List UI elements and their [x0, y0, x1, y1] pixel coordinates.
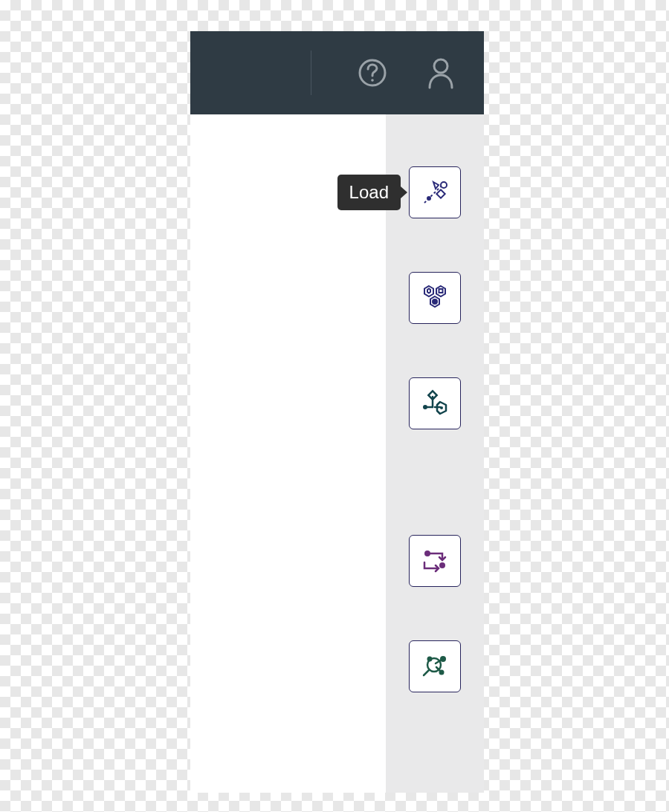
load-tooltip-label: Load	[349, 182, 389, 202]
transform-icon	[419, 389, 450, 418]
main-panel: Load	[190, 31, 484, 793]
right-rail: Load	[386, 114, 484, 793]
svg-marker-8	[424, 286, 433, 296]
load-tooltip: Load	[337, 175, 401, 210]
svg-point-5	[441, 182, 447, 188]
svg-rect-12	[439, 289, 443, 293]
header-bar	[190, 31, 484, 114]
inspect-button[interactable]	[409, 640, 461, 692]
svg-point-2	[434, 59, 447, 73]
load-icon	[420, 178, 450, 207]
inspect-icon	[419, 652, 450, 681]
svg-point-13	[433, 299, 437, 304]
svg-point-17	[440, 406, 443, 409]
modules-button[interactable]	[409, 272, 461, 324]
svg-marker-9	[436, 286, 445, 296]
svg-rect-6	[436, 189, 445, 198]
help-icon	[358, 58, 387, 88]
sequence-button[interactable]	[409, 535, 461, 587]
sequence-icon	[420, 548, 450, 574]
svg-marker-11	[427, 289, 430, 293]
load-button[interactable]: Load	[409, 166, 461, 218]
help-button[interactable]	[358, 58, 387, 88]
svg-point-22	[427, 657, 433, 662]
header-divider	[311, 51, 311, 95]
svg-marker-4	[433, 182, 439, 189]
modules-icon	[419, 283, 450, 313]
svg-point-7	[427, 197, 430, 200]
svg-point-1	[371, 79, 374, 82]
svg-rect-15	[428, 391, 436, 399]
transform-button[interactable]	[409, 377, 461, 429]
user-icon	[426, 56, 456, 89]
svg-line-21	[424, 670, 429, 675]
user-button[interactable]	[426, 58, 456, 88]
svg-point-19	[439, 562, 445, 568]
